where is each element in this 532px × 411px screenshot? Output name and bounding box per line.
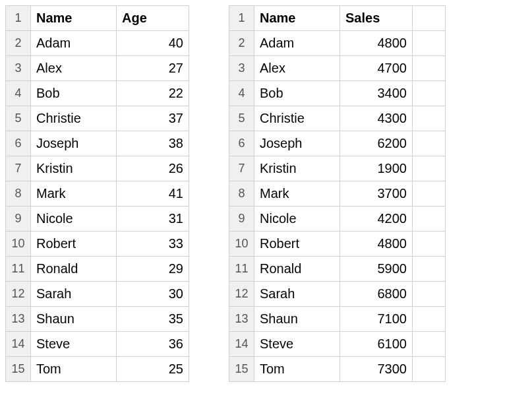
cell-name[interactable]: Bob: [31, 81, 117, 106]
cell-name[interactable]: Robert: [254, 232, 340, 257]
cell-name[interactable]: Mark: [31, 181, 117, 206]
row-number[interactable]: 7: [6, 156, 31, 181]
row-number[interactable]: 11: [229, 257, 254, 282]
cell-name[interactable]: Tom: [31, 357, 117, 382]
row-number[interactable]: 9: [6, 206, 31, 232]
cell-value[interactable]: 7300: [340, 357, 413, 382]
cell-name[interactable]: Shaun: [254, 307, 340, 332]
row-number[interactable]: 2: [6, 31, 31, 56]
cell-value[interactable]: 4700: [340, 56, 413, 81]
cell-name[interactable]: Adam: [254, 31, 340, 56]
cell-name[interactable]: Joseph: [31, 131, 117, 156]
row-number[interactable]: 2: [229, 31, 254, 56]
row-number[interactable]: 4: [229, 81, 254, 106]
cell-name[interactable]: Robert: [31, 232, 117, 257]
empty-cell[interactable]: [413, 156, 446, 181]
cell-name[interactable]: Steve: [254, 332, 340, 357]
cell-value[interactable]: 4800: [340, 31, 413, 56]
row-number[interactable]: 1: [6, 6, 31, 31]
cell-name[interactable]: Ronald: [254, 257, 340, 282]
cell-value[interactable]: 3400: [340, 81, 413, 106]
empty-cell[interactable]: [413, 56, 446, 81]
empty-cell[interactable]: [413, 31, 446, 56]
empty-cell[interactable]: [413, 6, 446, 31]
cell-value[interactable]: 30: [117, 282, 189, 307]
cell-value[interactable]: 36: [117, 332, 189, 357]
row-number[interactable]: 12: [229, 282, 254, 307]
row-number[interactable]: 5: [6, 106, 31, 131]
row-number[interactable]: 11: [6, 257, 31, 282]
cell-value[interactable]: 27: [117, 56, 189, 81]
cell-name[interactable]: Nicole: [254, 206, 340, 232]
empty-cell[interactable]: [413, 282, 446, 307]
cell-name[interactable]: Bob: [254, 81, 340, 106]
cell-value[interactable]: 31: [117, 206, 189, 232]
cell-name[interactable]: Adam: [31, 31, 117, 56]
cell-value[interactable]: 1900: [340, 156, 413, 181]
row-number[interactable]: 3: [229, 56, 254, 81]
cell-value[interactable]: 7100: [340, 307, 413, 332]
empty-cell[interactable]: [413, 81, 446, 106]
empty-cell[interactable]: [413, 181, 446, 206]
row-number[interactable]: 10: [6, 232, 31, 257]
row-number[interactable]: 8: [6, 181, 31, 206]
empty-cell[interactable]: [413, 232, 446, 257]
cell-name[interactable]: Alex: [254, 56, 340, 81]
empty-cell[interactable]: [413, 357, 446, 382]
cell-name[interactable]: Kristin: [254, 156, 340, 181]
cell-value[interactable]: 4200: [340, 206, 413, 232]
cell-name[interactable]: Mark: [254, 181, 340, 206]
cell-name[interactable]: Joseph: [254, 131, 340, 156]
cell-name[interactable]: Shaun: [31, 307, 117, 332]
cell-name[interactable]: Sarah: [31, 282, 117, 307]
cell-value[interactable]: 38: [117, 131, 189, 156]
empty-cell[interactable]: [413, 332, 446, 357]
row-number[interactable]: 9: [229, 206, 254, 232]
cell-value[interactable]: 37: [117, 106, 189, 131]
column-header-name[interactable]: Name: [31, 6, 117, 31]
row-number[interactable]: 7: [229, 156, 254, 181]
column-header-sales[interactable]: Sales: [340, 6, 413, 31]
cell-value[interactable]: 22: [117, 81, 189, 106]
cell-value[interactable]: 40: [117, 31, 189, 56]
cell-value[interactable]: 6200: [340, 131, 413, 156]
row-number[interactable]: 8: [229, 181, 254, 206]
row-number[interactable]: 6: [229, 131, 254, 156]
cell-name[interactable]: Christie: [254, 106, 340, 131]
row-number[interactable]: 5: [229, 106, 254, 131]
column-header-name[interactable]: Name: [254, 6, 340, 31]
empty-cell[interactable]: [413, 106, 446, 131]
cell-value[interactable]: 41: [117, 181, 189, 206]
cell-name[interactable]: Nicole: [31, 206, 117, 232]
cell-value[interactable]: 6800: [340, 282, 413, 307]
cell-value[interactable]: 4800: [340, 232, 413, 257]
row-number[interactable]: 15: [6, 357, 31, 382]
cell-value[interactable]: 35: [117, 307, 189, 332]
row-number[interactable]: 14: [229, 332, 254, 357]
row-number[interactable]: 10: [229, 232, 254, 257]
row-number[interactable]: 6: [6, 131, 31, 156]
row-number[interactable]: 4: [6, 81, 31, 106]
cell-name[interactable]: Steve: [31, 332, 117, 357]
row-number[interactable]: 12: [6, 282, 31, 307]
cell-value[interactable]: 5900: [340, 257, 413, 282]
row-number[interactable]: 13: [6, 307, 31, 332]
cell-value[interactable]: 4300: [340, 106, 413, 131]
row-number[interactable]: 15: [229, 357, 254, 382]
row-number[interactable]: 14: [6, 332, 31, 357]
cell-value[interactable]: 33: [117, 232, 189, 257]
cell-value[interactable]: 6100: [340, 332, 413, 357]
row-number[interactable]: 1: [229, 6, 254, 31]
cell-name[interactable]: Kristin: [31, 156, 117, 181]
cell-name[interactable]: Sarah: [254, 282, 340, 307]
row-number[interactable]: 13: [229, 307, 254, 332]
empty-cell[interactable]: [413, 307, 446, 332]
cell-name[interactable]: Tom: [254, 357, 340, 382]
cell-value[interactable]: 3700: [340, 181, 413, 206]
row-number[interactable]: 3: [6, 56, 31, 81]
cell-name[interactable]: Alex: [31, 56, 117, 81]
column-header-age[interactable]: Age: [117, 6, 189, 31]
empty-cell[interactable]: [413, 206, 446, 232]
cell-value[interactable]: 26: [117, 156, 189, 181]
empty-cell[interactable]: [413, 257, 446, 282]
